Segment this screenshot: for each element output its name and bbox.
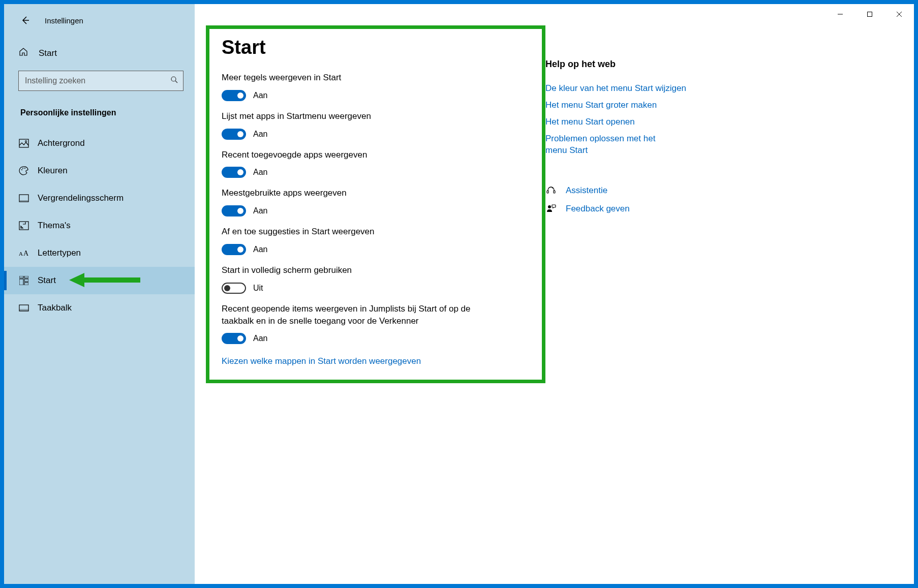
svg-rect-28 bbox=[552, 205, 556, 207]
svg-point-9 bbox=[22, 168, 23, 169]
choose-folders-link[interactable]: Kiezen welke mappen in Start worden weer… bbox=[222, 356, 421, 366]
setting-jumplists: Recent geopende items weergeven in Jumpl… bbox=[222, 303, 530, 345]
page-title: Start bbox=[222, 37, 530, 58]
toggle-state: Uit bbox=[253, 284, 263, 293]
toggle-state: Aan bbox=[253, 334, 267, 343]
sidebar: Instellingen Start Persoonlijke instelli… bbox=[4, 4, 195, 584]
sidebar-item-lettertypen[interactable]: AA Lettertypen bbox=[4, 239, 195, 267]
sidebar-item-themas[interactable]: Thema's bbox=[4, 212, 195, 239]
svg-rect-16 bbox=[19, 276, 23, 278]
svg-point-8 bbox=[21, 169, 22, 170]
setting-suggestions: Af en toe suggesties in Start weergeven … bbox=[222, 226, 530, 255]
annotation-highlight-box: Start Meer tegels weergeven in Start Aan… bbox=[206, 25, 545, 383]
back-button[interactable] bbox=[15, 10, 36, 30]
setting-label: Start in volledig scherm gebruiken bbox=[222, 264, 471, 276]
toggle-most-used[interactable] bbox=[222, 205, 246, 216]
nav-label: Vergrendelingsscherm bbox=[38, 193, 124, 203]
home-icon bbox=[18, 47, 29, 59]
themes-icon bbox=[18, 221, 29, 230]
svg-text:A: A bbox=[23, 250, 29, 257]
svg-rect-22 bbox=[19, 309, 28, 311]
setting-label: Recent toegevoegde apps weergeven bbox=[222, 149, 471, 161]
fonts-icon: AA bbox=[18, 249, 29, 258]
search-wrap bbox=[4, 65, 195, 96]
settings-window: Instellingen Start Persoonlijke instelli… bbox=[4, 4, 914, 584]
headset-icon bbox=[545, 185, 557, 196]
svg-line-5 bbox=[175, 81, 177, 83]
svg-rect-20 bbox=[24, 283, 28, 285]
setting-label: Lijst met apps in Startmenu weergeven bbox=[222, 110, 471, 122]
nav-label: Achtergrond bbox=[38, 138, 85, 148]
svg-text:A: A bbox=[19, 251, 23, 257]
toggle-state: Aan bbox=[253, 130, 267, 139]
setting-label: Recent geopende items weergeven in Jumpl… bbox=[222, 303, 471, 327]
svg-point-7 bbox=[25, 141, 27, 142]
maximize-button[interactable] bbox=[855, 4, 884, 24]
toggle-fullscreen[interactable] bbox=[222, 283, 246, 294]
start-icon bbox=[18, 276, 29, 285]
taskbar-icon bbox=[18, 304, 29, 312]
nav-label: Start bbox=[38, 275, 56, 286]
setting-most-used: Meestgebruikte apps weergeven Aan bbox=[222, 187, 530, 216]
svg-point-27 bbox=[548, 205, 551, 208]
picture-icon bbox=[18, 139, 29, 148]
toggle-more-tiles[interactable] bbox=[222, 90, 246, 101]
toggle-jumplists[interactable] bbox=[222, 333, 246, 344]
sidebar-item-vergrendelingsscherm[interactable]: Vergrendelingsscherm bbox=[4, 184, 195, 212]
feedback-icon bbox=[545, 203, 557, 214]
help-link-color[interactable]: De kleur van het menu Start wijzigen bbox=[545, 83, 894, 95]
search-icon bbox=[170, 76, 178, 86]
nav-label: Lettertypen bbox=[38, 248, 81, 258]
category-title: Persoonlijke instellingen bbox=[4, 96, 195, 125]
nav-label: Kleuren bbox=[38, 166, 68, 176]
close-button[interactable] bbox=[884, 4, 914, 24]
home-button[interactable]: Start bbox=[4, 42, 195, 65]
setting-label: Af en toe suggesties in Start weergeven bbox=[222, 226, 471, 238]
setting-label: Meer tegels weergeven in Start bbox=[222, 72, 471, 84]
svg-rect-12 bbox=[20, 200, 28, 201]
help-link-bigger[interactable]: Het menu Start groter maken bbox=[545, 100, 894, 111]
help-link-troubleshoot[interactable]: Problemen oplossen met het menu Start bbox=[545, 133, 678, 157]
svg-point-10 bbox=[24, 168, 25, 169]
toggle-suggestions[interactable] bbox=[222, 244, 246, 255]
svg-rect-19 bbox=[24, 279, 28, 282]
home-label: Start bbox=[39, 48, 57, 58]
sidebar-item-start[interactable]: Start bbox=[4, 267, 195, 294]
help-link-open[interactable]: Het menu Start openen bbox=[545, 116, 894, 128]
toggle-state: Aan bbox=[253, 245, 267, 254]
sidebar-item-kleuren[interactable]: Kleuren bbox=[4, 157, 195, 184]
toggle-state: Aan bbox=[253, 168, 267, 177]
support-assist-label: Assistentie bbox=[566, 185, 607, 196]
svg-rect-1 bbox=[868, 12, 872, 17]
window-title: Instellingen bbox=[45, 16, 83, 25]
support-assist-row[interactable]: Assistentie bbox=[545, 185, 894, 196]
support-feedback-label: Feedback geven bbox=[566, 204, 630, 214]
toggle-state: Aan bbox=[253, 206, 267, 215]
search-input[interactable] bbox=[18, 71, 183, 91]
nav-list: Achtergrond Kleuren Vergrendelingsscherm… bbox=[4, 130, 195, 322]
svg-point-4 bbox=[171, 77, 176, 81]
setting-label: Meestgebruikte apps weergeven bbox=[222, 187, 471, 199]
svg-rect-18 bbox=[19, 279, 23, 285]
setting-app-list: Lijst met apps in Startmenu weergeven Aa… bbox=[222, 110, 530, 140]
help-column: Help op het web De kleur van het menu St… bbox=[545, 4, 914, 584]
main: Start Meer tegels weergeven in Start Aan… bbox=[195, 4, 914, 584]
content-column: Start Meer tegels weergeven in Start Aan… bbox=[195, 4, 545, 584]
header-row: Instellingen bbox=[4, 4, 195, 37]
toggle-state: Aan bbox=[253, 91, 267, 100]
toggle-recent-added[interactable] bbox=[222, 167, 246, 178]
nav-label: Thema's bbox=[38, 221, 71, 231]
support-section: Assistentie Feedback geven bbox=[545, 185, 894, 214]
palette-icon bbox=[18, 166, 29, 176]
minimize-button[interactable] bbox=[825, 4, 855, 24]
titlebar-controls bbox=[825, 4, 914, 24]
sidebar-item-achtergrond[interactable]: Achtergrond bbox=[4, 130, 195, 157]
sidebar-item-taakbalk[interactable]: Taakbalk bbox=[4, 294, 195, 322]
nav-label: Taakbalk bbox=[38, 303, 72, 313]
svg-rect-17 bbox=[24, 276, 28, 278]
setting-recent-added: Recent toegevoegde apps weergeven Aan bbox=[222, 149, 530, 178]
toggle-app-list[interactable] bbox=[222, 129, 246, 140]
support-feedback-row[interactable]: Feedback geven bbox=[545, 203, 894, 214]
lock-screen-icon bbox=[18, 194, 29, 202]
setting-more-tiles: Meer tegels weergeven in Start Aan bbox=[222, 72, 530, 101]
